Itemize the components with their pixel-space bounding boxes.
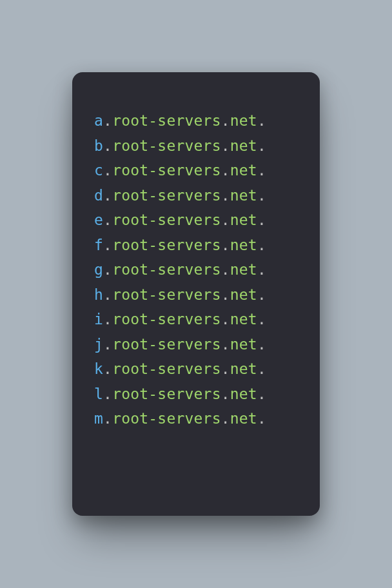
dot: . — [257, 336, 266, 353]
dot: . — [257, 286, 266, 303]
server-domain: root-servers — [112, 336, 221, 353]
server-prefix: l — [94, 386, 103, 402]
dot: . — [257, 112, 266, 129]
server-tld: net — [230, 237, 257, 253]
server-prefix: h — [94, 286, 103, 303]
server-domain: root-servers — [112, 237, 221, 253]
dot: . — [221, 410, 230, 427]
dot: . — [221, 286, 230, 303]
dot: . — [221, 360, 230, 377]
server-domain: root-servers — [112, 211, 221, 228]
dot: . — [221, 311, 230, 328]
dot: . — [221, 237, 230, 253]
server-line: j.root-servers.net. — [94, 332, 299, 357]
server-line: i.root-servers.net. — [94, 307, 299, 332]
dot: . — [221, 336, 230, 353]
server-line: h.root-servers.net. — [94, 282, 299, 308]
server-tld: net — [230, 211, 257, 228]
server-line: b.root-servers.net. — [94, 133, 299, 159]
dot: . — [103, 162, 112, 179]
server-domain: root-servers — [112, 286, 221, 303]
dot: . — [103, 286, 112, 303]
server-domain: root-servers — [112, 162, 221, 179]
server-prefix: e — [94, 211, 103, 228]
dot: . — [257, 187, 266, 204]
server-tld: net — [230, 112, 257, 129]
dot: . — [221, 137, 230, 154]
server-domain: root-servers — [112, 187, 221, 204]
dot: . — [103, 112, 112, 129]
dot: . — [221, 386, 230, 402]
dot: . — [257, 162, 266, 179]
dot: . — [257, 386, 266, 402]
server-line: g.root-servers.net. — [94, 257, 299, 282]
server-line: k.root-servers.net. — [94, 357, 299, 382]
server-prefix: m — [94, 410, 103, 427]
server-prefix: f — [94, 237, 103, 253]
server-domain: root-servers — [112, 410, 221, 427]
server-domain: root-servers — [112, 261, 221, 278]
server-tld: net — [230, 162, 257, 179]
server-line: m.root-servers.net. — [94, 406, 299, 431]
dot: . — [103, 410, 112, 427]
dot: . — [103, 311, 112, 328]
server-line: c.root-servers.net. — [94, 158, 299, 183]
server-tld: net — [230, 360, 257, 377]
dot: . — [257, 360, 266, 377]
server-prefix: b — [94, 137, 103, 154]
server-line: e.root-servers.net. — [94, 208, 299, 233]
server-tld: net — [230, 137, 257, 154]
server-domain: root-servers — [112, 386, 221, 402]
server-prefix: d — [94, 187, 103, 204]
server-domain: root-servers — [112, 360, 221, 377]
server-domain: root-servers — [112, 112, 221, 129]
server-domain: root-servers — [112, 311, 221, 328]
dot: . — [221, 112, 230, 129]
dot: . — [257, 410, 266, 427]
server-line: d.root-servers.net. — [94, 183, 299, 208]
server-prefix: a — [94, 112, 103, 129]
server-tld: net — [230, 187, 257, 204]
server-tld: net — [230, 261, 257, 278]
dot: . — [257, 237, 266, 253]
dot: . — [221, 211, 230, 228]
dot: . — [221, 187, 230, 204]
code-panel: a.root-servers.net. b.root-servers.net. … — [72, 72, 320, 516]
server-tld: net — [230, 311, 257, 328]
server-line: f.root-servers.net. — [94, 233, 299, 258]
server-tld: net — [230, 410, 257, 427]
server-prefix: i — [94, 311, 103, 328]
dot: . — [103, 360, 112, 377]
dot: . — [257, 137, 266, 154]
dot: . — [103, 386, 112, 402]
dot: . — [221, 261, 230, 278]
server-domain: root-servers — [112, 137, 221, 154]
dot: . — [103, 261, 112, 278]
dot: . — [103, 211, 112, 228]
dot: . — [257, 261, 266, 278]
server-tld: net — [230, 336, 257, 353]
server-prefix: k — [94, 360, 103, 377]
dot: . — [257, 311, 266, 328]
server-prefix: g — [94, 261, 103, 278]
dot: . — [103, 137, 112, 154]
dot: . — [103, 187, 112, 204]
server-line: l.root-servers.net. — [94, 382, 299, 407]
dot: . — [257, 211, 266, 228]
server-prefix: c — [94, 162, 103, 179]
dot: . — [103, 237, 112, 253]
dot: . — [221, 162, 230, 179]
server-line: a.root-servers.net. — [94, 108, 299, 133]
server-tld: net — [230, 386, 257, 402]
server-tld: net — [230, 286, 257, 303]
server-prefix: j — [94, 336, 103, 353]
dot: . — [103, 336, 112, 353]
